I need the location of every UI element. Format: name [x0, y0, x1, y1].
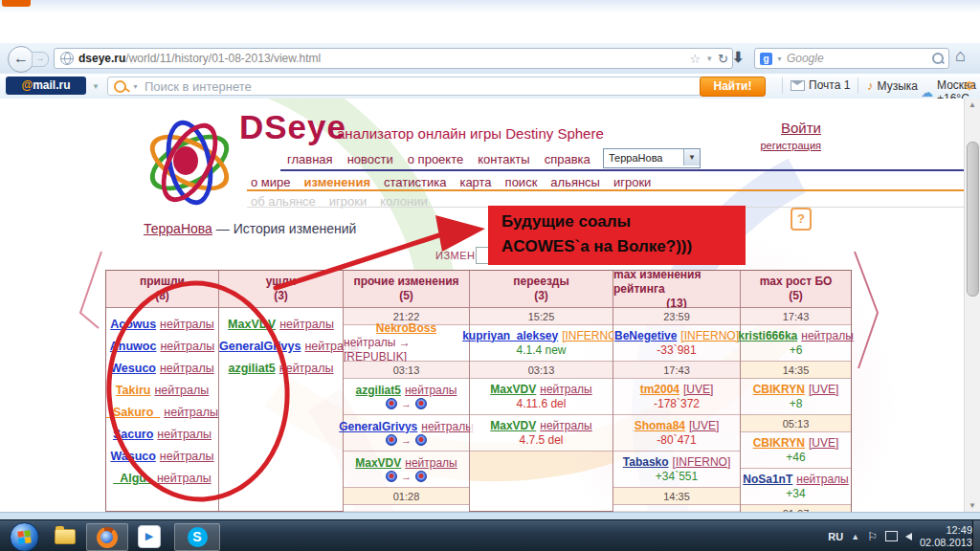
alliance-link[interactable]: [UVE] [809, 383, 838, 396]
nav-world-item[interactable]: альянсы [550, 175, 600, 189]
search-box[interactable]: g ▼ Google [754, 48, 949, 69]
search-magnifier-icon[interactable] [932, 53, 944, 64]
world-select[interactable]: ТерраНова ▼ [603, 148, 701, 168]
player-link[interactable]: Acowus [110, 318, 156, 331]
tray-volume-icon[interactable] [905, 533, 912, 540]
taskbar-item-explorer[interactable] [50, 523, 80, 549]
brand-title[interactable]: DSeye [239, 108, 346, 146]
toolbar-gear-icon[interactable]: ⚙ [964, 78, 975, 93]
alliance-link[interactable]: нейтралы [157, 472, 212, 485]
player-link[interactable]: Anuwoc [110, 340, 157, 353]
world-select-arrow-icon[interactable]: ▼ [683, 149, 700, 165]
nav-world-item[interactable]: статистика [384, 175, 446, 189]
alliance-link[interactable]: нейтралы [801, 329, 853, 342]
nav-main-item[interactable]: о проекте [408, 152, 463, 166]
player-link[interactable]: MaxVDV [490, 383, 536, 396]
player-link[interactable]: azgiliat5 [356, 384, 401, 397]
player-link[interactable]: kristi666ka [738, 329, 797, 342]
url-dropdown-icon[interactable]: ▼ [705, 55, 713, 63]
alliance-link[interactable]: [INFERNO] [680, 329, 739, 342]
nav-main-item[interactable]: новости [347, 152, 393, 166]
bookmark-star-icon[interactable]: ☆ [690, 52, 702, 66]
back-button[interactable]: ← [8, 46, 34, 73]
player-link[interactable]: CBIKRYN [753, 436, 805, 450]
alliance-link[interactable]: нейтралы [540, 419, 591, 432]
player-link[interactable]: kupriyan_aleksey [462, 329, 558, 342]
player-link[interactable]: NoSa1nT [743, 473, 792, 486]
player-link[interactable]: MaxVDV [228, 318, 276, 331]
player-link[interactable]: _Sakuro_ [106, 406, 160, 419]
pagination-left-arrow[interactable] [80, 252, 101, 328]
player-link[interactable]: Wesuco [110, 362, 156, 375]
tray-flag-icon[interactable]: ⚐ [867, 530, 878, 543]
mail-link[interactable]: Почта 1 [791, 78, 850, 92]
player-link[interactable]: NekroBoss [376, 321, 436, 335]
player-link[interactable]: azgiliat5 [228, 362, 275, 375]
player-link[interactable]: Sacuro [113, 428, 153, 441]
music-link[interactable]: ♪ Музыка [867, 78, 918, 93]
tray-language[interactable]: RU [828, 531, 843, 542]
taskbar-item-wmp[interactable]: ▶ [134, 523, 165, 549]
download-icon[interactable]: ⬇ [732, 49, 745, 66]
alliance-link[interactable]: нейтралы [157, 428, 212, 441]
nav-main-item[interactable]: контакты [478, 152, 529, 166]
alliance-link[interactable]: нейтралы [405, 456, 457, 470]
alliance-link[interactable]: нейтралы [796, 473, 848, 486]
alliance-link[interactable]: [UVE] [689, 419, 719, 432]
nav-main-item[interactable]: главная [287, 152, 333, 166]
player-link[interactable]: GeneralGrivys [339, 420, 417, 433]
home-icon[interactable]: ⌂ [955, 46, 966, 66]
nav-world-item[interactable]: игроки [613, 175, 651, 189]
google-favicon-icon[interactable]: g [760, 53, 772, 65]
alliance-link[interactable]: [UVE] [809, 436, 838, 450]
mailru-search-button[interactable]: Найти! [700, 77, 766, 97]
mailru-search-dropdown-icon[interactable]: ▼ [132, 83, 139, 90]
alliance-link[interactable]: нейтралы [421, 420, 473, 433]
alliance-link[interactable]: нейтралы [405, 384, 457, 397]
tray-clock[interactable]: 12:49 02.08.2013 [920, 524, 972, 549]
world-link[interactable]: ТерраНова [144, 221, 212, 236]
player-link[interactable]: Shoma84 [635, 419, 685, 432]
reload-icon[interactable]: ↻ [718, 52, 728, 66]
alliance-link[interactable]: нейтралы [160, 450, 214, 463]
scrollbar[interactable]: ▲ ▼ [964, 99, 980, 512]
forward-button[interactable]: → [32, 52, 49, 67]
nav-world-item[interactable]: карта [459, 175, 491, 189]
nav-main-item[interactable]: справка [545, 152, 590, 166]
alliance-link[interactable]: нейтралы [160, 318, 214, 331]
search-engine-dropdown-icon[interactable]: ▼ [776, 55, 783, 62]
mailru-logo-dropdown-icon[interactable]: ▼ [92, 82, 100, 91]
player-link[interactable]: MaxVDV [355, 456, 401, 470]
alliance-link[interactable]: [INFERNO] [562, 329, 620, 342]
nav-world-item-active[interactable]: изменения [304, 175, 371, 189]
player-link[interactable]: _Algu_ [113, 472, 153, 485]
player-link[interactable]: Tabasko [623, 455, 669, 469]
player-link[interactable]: Wasuco [110, 450, 155, 463]
alliance-link[interactable]: нейтралы [279, 362, 334, 375]
show-desktop-button[interactable] [972, 520, 980, 551]
login-link[interactable]: Войти [781, 120, 821, 136]
player-link[interactable]: CBIKRYN [753, 383, 805, 396]
alliance-link[interactable]: нейтралы [279, 318, 334, 331]
alliance-link[interactable]: нейтралы [540, 383, 591, 396]
start-button[interactable] [10, 522, 39, 551]
pagination-right-arrow[interactable] [855, 252, 878, 368]
firefox-menu-button[interactable] [2, 0, 31, 7]
player-link[interactable]: tm2004 [640, 383, 679, 396]
alliance-link[interactable]: [INFERNO] [673, 455, 731, 469]
help-button[interactable]: ? [791, 208, 812, 231]
player-link[interactable]: GeneralGrivys [219, 340, 301, 353]
scrollbar-thumb[interactable] [967, 142, 979, 297]
mailru-search-input[interactable]: ▼ Поиск в интернете [107, 77, 704, 96]
nav-world-item[interactable]: о мире [251, 175, 291, 189]
scrollbar-down-icon[interactable]: ▼ [965, 501, 980, 510]
alliance-link[interactable]: нейтралы [160, 362, 214, 375]
alliance-link[interactable]: [UVE] [683, 383, 713, 396]
site-logo[interactable] [141, 106, 233, 213]
player-link[interactable]: MaxVDV [490, 419, 536, 432]
tray-expand-icon[interactable]: ▲ [851, 532, 859, 541]
player-link[interactable]: Takiru [116, 384, 151, 397]
taskbar-item-firefox[interactable] [86, 523, 128, 551]
taskbar-item-skype[interactable]: S [174, 523, 220, 551]
register-link[interactable]: регистрация [760, 140, 821, 151]
